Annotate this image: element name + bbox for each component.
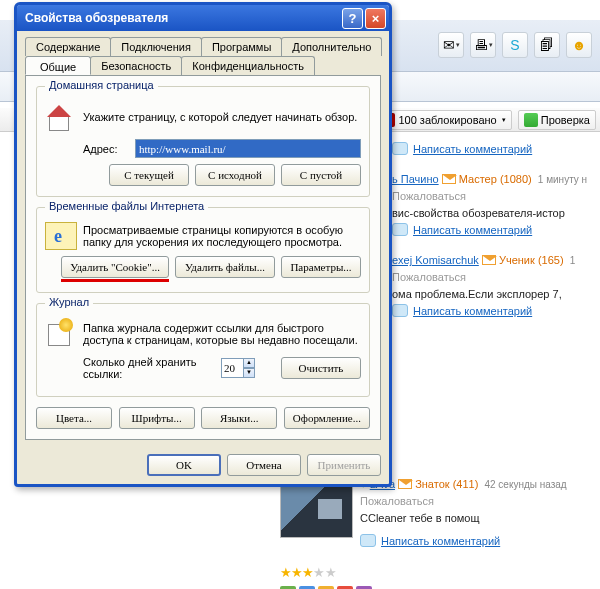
- envelope-icon[interactable]: [482, 255, 496, 265]
- user-score: (1080): [500, 173, 532, 185]
- dialog-title: Свойства обозревателя: [25, 11, 168, 25]
- research-icon[interactable]: 🗐: [534, 32, 560, 58]
- dialog-footer: OK Отмена Применить: [17, 448, 389, 484]
- answer-body: CCleaner тебе в помощ: [360, 512, 596, 524]
- homepage-group: Домашняя страница Укажите страницу, с ко…: [36, 86, 370, 197]
- skype-icon[interactable]: S: [502, 32, 528, 58]
- tab-privacy[interactable]: Конфиденциальность: [181, 56, 315, 75]
- complain-link[interactable]: Пожаловаться: [360, 495, 596, 507]
- complain-link[interactable]: Пожаловаться: [392, 190, 598, 202]
- group-legend: Временные файлы Интернета: [45, 200, 208, 212]
- group-legend: Журнал: [45, 296, 93, 308]
- tab-advanced[interactable]: Дополнительно: [281, 37, 382, 56]
- days-input[interactable]: [221, 358, 243, 378]
- rating-stars: ★★★: [280, 565, 313, 580]
- cancel-button[interactable]: Отмена: [227, 454, 301, 476]
- messenger-icon[interactable]: ☻: [566, 32, 592, 58]
- delete-cookies-button[interactable]: Удалить "Cookie"...: [61, 256, 169, 278]
- user-rank: Знаток: [415, 478, 449, 490]
- delete-files-button[interactable]: Удалить файлы...: [175, 256, 275, 278]
- user-link[interactable]: exej Komisarchuk: [392, 254, 479, 266]
- answer-time: 1 минуту н: [538, 174, 587, 185]
- blocked-counter[interactable]: 100 заблокировано▾: [375, 110, 511, 130]
- ie-folder-icon: [45, 222, 77, 250]
- avatar[interactable]: [280, 478, 353, 538]
- apply-button[interactable]: Применить: [307, 454, 381, 476]
- group-legend: Домашняя страница: [45, 79, 158, 91]
- tab-programs[interactable]: Программы: [201, 37, 282, 56]
- abc-check-icon: [524, 113, 538, 127]
- answer-body: вис-свойства обозревателя-истор: [392, 207, 598, 219]
- answer-2-header: exej Komisarchuk Ученик (165) 1: [392, 254, 598, 266]
- close-button[interactable]: ×: [365, 8, 386, 29]
- languages-button[interactable]: Языки...: [201, 407, 277, 429]
- answer-1-header: ь Пачино Мастер (1080) 1 минуту н: [392, 173, 598, 185]
- use-blank-button[interactable]: С пустой: [281, 164, 361, 186]
- write-comment-link[interactable]: Написать комментарий: [392, 223, 598, 236]
- user-score: (411): [453, 478, 479, 490]
- user-rank: Ученик: [499, 254, 535, 266]
- titlebar[interactable]: Свойства обозревателя ? ×: [17, 5, 389, 31]
- user-rank: Мастер: [459, 173, 497, 185]
- tab-content[interactable]: Содержание: [25, 37, 111, 56]
- tempfiles-group: Временные файлы Интернета Просматриваемы…: [36, 207, 370, 293]
- envelope-icon[interactable]: [442, 174, 456, 184]
- tab-general[interactable]: Общие: [25, 56, 91, 75]
- answer-time: 1: [570, 255, 576, 266]
- house-icon: [45, 101, 77, 133]
- address-label: Адрес:: [83, 143, 129, 155]
- tab-connections[interactable]: Подключения: [110, 37, 202, 56]
- answer-time: 42 секунды назад: [484, 479, 566, 490]
- ok-button[interactable]: OK: [147, 454, 221, 476]
- tab-pane-general: Домашняя страница Укажите страницу, с ко…: [25, 75, 381, 440]
- write-comment-link[interactable]: Написать комментарий: [360, 534, 596, 547]
- fonts-button[interactable]: Шрифты...: [119, 407, 195, 429]
- answer-body: ома проблема.Если эксплорер 7,: [392, 288, 598, 300]
- write-comment-link[interactable]: Написать комментарий: [392, 304, 598, 317]
- print-icon[interactable]: 🖶▾: [470, 32, 496, 58]
- write-comment-link[interactable]: Написать комментарий: [392, 142, 598, 155]
- user-link[interactable]: ь Пачино: [392, 173, 439, 185]
- history-desc: Папка журнала содержит ссылки для быстро…: [83, 322, 361, 346]
- colors-button[interactable]: Цвета...: [36, 407, 112, 429]
- clear-history-button[interactable]: Очистить: [281, 357, 361, 379]
- envelope-icon[interactable]: [398, 479, 412, 489]
- history-icon: [45, 318, 77, 350]
- days-label: Сколько дней хранить ссылки:: [83, 356, 215, 380]
- tab-security[interactable]: Безопасность: [90, 56, 182, 75]
- internet-options-dialog: Свойства обозревателя ? × Содержание Под…: [14, 2, 392, 487]
- complain-link[interactable]: Пожаловаться: [392, 271, 598, 283]
- accessibility-button[interactable]: Оформление...: [284, 407, 370, 429]
- settings-button[interactable]: Параметры...: [281, 256, 361, 278]
- history-group: Журнал Папка журнала содержит ссылки для…: [36, 303, 370, 397]
- check-button[interactable]: Проверка: [518, 110, 596, 130]
- tabstrip: Содержание Подключения Программы Дополни…: [17, 31, 389, 75]
- use-current-button[interactable]: С текущей: [109, 164, 189, 186]
- spinner-down[interactable]: ▼: [243, 368, 255, 378]
- tempfiles-desc: Просматриваемые страницы копируются в ос…: [83, 224, 361, 248]
- help-button[interactable]: ?: [342, 8, 363, 29]
- answers-column: Написать комментарий ь Пачино Мастер (10…: [392, 138, 598, 335]
- spinner-up[interactable]: ▲: [243, 358, 255, 368]
- days-spinner[interactable]: ▲▼: [221, 358, 255, 378]
- use-default-button[interactable]: С исходной: [195, 164, 275, 186]
- address-input[interactable]: [135, 139, 361, 158]
- homepage-desc: Укажите страницу, с которой следует начи…: [83, 111, 361, 123]
- user-score: (165): [538, 254, 564, 266]
- mail-icon[interactable]: ✉▾: [438, 32, 464, 58]
- answer-3: ● LAVa Знаток (411) 42 секунды назад Пож…: [280, 478, 596, 589]
